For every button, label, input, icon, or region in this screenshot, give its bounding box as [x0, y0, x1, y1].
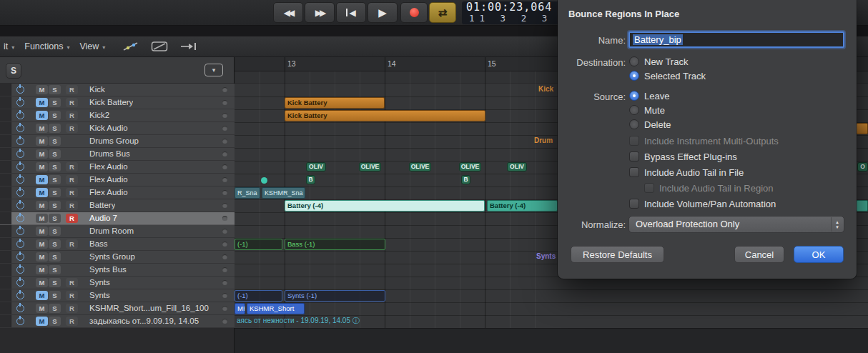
region[interactable]: KSHMR_Short	[247, 303, 305, 314]
track-on-icon[interactable]	[16, 176, 24, 184]
mute-button[interactable]: M	[36, 111, 48, 120]
record-enable-button[interactable]: R	[66, 317, 78, 326]
region[interactable]: OLIVE	[459, 162, 481, 171]
track-row[interactable]: MSRKSHMR_Short...um_Fill_16_100	[0, 302, 235, 315]
track-row[interactable]: MSRBattery	[0, 199, 235, 212]
region[interactable]: OLIVE	[409, 162, 431, 171]
track-row[interactable]: MSDrums Bus	[0, 148, 235, 161]
region[interactable]: B	[306, 175, 315, 184]
record-enable-button[interactable]: R	[66, 291, 78, 300]
name-input[interactable]: Battery_bip	[628, 31, 844, 48]
region[interactable]: KSHMR_Sna	[262, 187, 305, 199]
region[interactable]: B	[461, 175, 470, 184]
region[interactable]: Battery (-4)	[487, 200, 558, 212]
track-row[interactable]: MSRSynts	[0, 277, 235, 289]
solo-button[interactable]: S	[49, 124, 61, 133]
track-row[interactable]: MSRзадыхаясь от...9.09.19, 14.05	[0, 315, 235, 328]
rewind-button[interactable]: ◀◀	[273, 2, 303, 23]
radio-delete[interactable]: Delete	[629, 117, 671, 131]
solo-button[interactable]: S	[49, 111, 61, 120]
solo-button[interactable]: S	[49, 149, 61, 159]
catch-playhead-icon[interactable]	[179, 41, 198, 52]
track-row[interactable]: MSRKick Battery	[0, 96, 235, 109]
menu-it[interactable]: it▾	[4, 41, 14, 51]
menu-functions[interactable]: Functions▾	[24, 41, 69, 51]
track-row[interactable]: MSDrum Room	[0, 225, 235, 238]
goto-begin-button[interactable]: ◀	[336, 2, 366, 23]
track-on-icon[interactable]	[16, 253, 24, 261]
region[interactable]: Kick Battery	[285, 97, 385, 109]
solo-button[interactable]: S	[49, 175, 61, 184]
track-on-icon[interactable]	[16, 99, 24, 106]
track-row[interactable]: MSRFlex Audio	[0, 161, 235, 174]
solo-button[interactable]: S	[49, 188, 61, 197]
checkbox-include-audio-tail-in-file[interactable]: Include Audio Tail in File	[629, 164, 779, 180]
record-enable-button[interactable]: R	[66, 111, 78, 120]
record-enable-button[interactable]: R	[66, 239, 78, 249]
track-row[interactable]: MSRKick2	[0, 109, 235, 122]
solo-button[interactable]: S	[49, 265, 61, 274]
solo-button[interactable]: S	[49, 239, 61, 249]
track-on-icon[interactable]	[16, 279, 24, 287]
lcd-display[interactable]: 01:00:23,064 11 3 2 3	[462, 1, 569, 24]
mute-button[interactable]: M	[36, 291, 48, 300]
region-label[interactable]: аясь от нежности - 19.09.19, 14.05 ⓘ	[235, 316, 403, 327]
track-row[interactable]: MSRSynts	[0, 289, 235, 302]
solo-button[interactable]: S	[49, 291, 61, 300]
region[interactable]: (-1)	[235, 239, 282, 250]
track-on-icon[interactable]	[16, 317, 24, 325]
checkbox-include-volume-pan-automation[interactable]: Include Volume/Pan Automation	[629, 196, 779, 212]
record-enable-button[interactable]: R	[66, 188, 78, 197]
mute-button[interactable]: M	[36, 265, 48, 274]
record-enable-button[interactable]: R	[66, 175, 78, 184]
region[interactable]: (-1)	[235, 290, 282, 302]
radio-new-track[interactable]: New Track	[629, 54, 706, 69]
menu-view[interactable]: View▾	[79, 41, 105, 51]
mute-button[interactable]: M	[36, 201, 48, 210]
automation-icon[interactable]	[122, 41, 139, 52]
mute-button[interactable]: M	[36, 278, 48, 287]
mute-button[interactable]: M	[36, 239, 48, 249]
mute-button[interactable]: M	[36, 252, 48, 262]
solo-button[interactable]: S	[49, 162, 61, 171]
solo-button[interactable]: S	[49, 214, 61, 223]
region[interactable]: R_Sna	[235, 187, 260, 199]
track-on-icon[interactable]	[16, 150, 24, 158]
region[interactable]: OLIV	[306, 162, 326, 171]
mute-button[interactable]: M	[36, 136, 48, 146]
record-enable-button[interactable]: R	[66, 278, 78, 287]
mute-button[interactable]: M	[36, 304, 48, 313]
track-row[interactable]: MSDrums Group	[0, 135, 235, 148]
solo-button[interactable]: S	[49, 201, 61, 210]
track-row[interactable]: MSSynts Bus	[0, 264, 235, 277]
mute-button[interactable]: M	[36, 227, 48, 236]
cancel-button[interactable]: Cancel	[734, 246, 784, 263]
track-on-icon[interactable]	[16, 266, 24, 274]
region[interactable]: OLIV	[507, 162, 527, 171]
solo-button[interactable]: S	[49, 317, 61, 326]
track-on-icon[interactable]	[16, 227, 24, 235]
region[interactable]	[261, 177, 267, 184]
checkbox-bypass-effect-plug-ins[interactable]: Bypass Effect Plug-ins	[629, 149, 779, 164]
restore-defaults-button[interactable]: Restore Defaults	[571, 246, 664, 263]
track-header-menu-icon[interactable]: ▾	[204, 64, 223, 76]
region-label[interactable]: Kick	[536, 84, 559, 96]
track-row[interactable]: MSRBass	[0, 238, 235, 251]
region[interactable]: O	[857, 162, 868, 171]
track-on-icon[interactable]	[16, 202, 24, 209]
checkbox-include-audio-tail-in-region[interactable]: Include Audio Tail in Region	[629, 180, 779, 196]
region-label[interactable]: Synts	[534, 252, 559, 263]
solo-button[interactable]: S	[49, 304, 61, 313]
record-button[interactable]	[400, 2, 428, 23]
mute-button[interactable]: M	[36, 124, 48, 133]
radio-leave[interactable]: Leave	[629, 89, 671, 103]
solo-button[interactable]: S	[49, 136, 61, 146]
region[interactable]	[856, 200, 868, 212]
region[interactable]: OLIVE	[359, 162, 381, 171]
solo-button[interactable]: S	[49, 252, 61, 262]
mute-button[interactable]: M	[36, 162, 48, 171]
normalize-select[interactable]: Overload Protection Only ▴▾	[628, 216, 844, 233]
track-row[interactable]: MSRFlex Audio	[0, 174, 235, 187]
midi-strike-icon[interactable]	[151, 41, 168, 52]
mute-button[interactable]: M	[36, 317, 48, 326]
